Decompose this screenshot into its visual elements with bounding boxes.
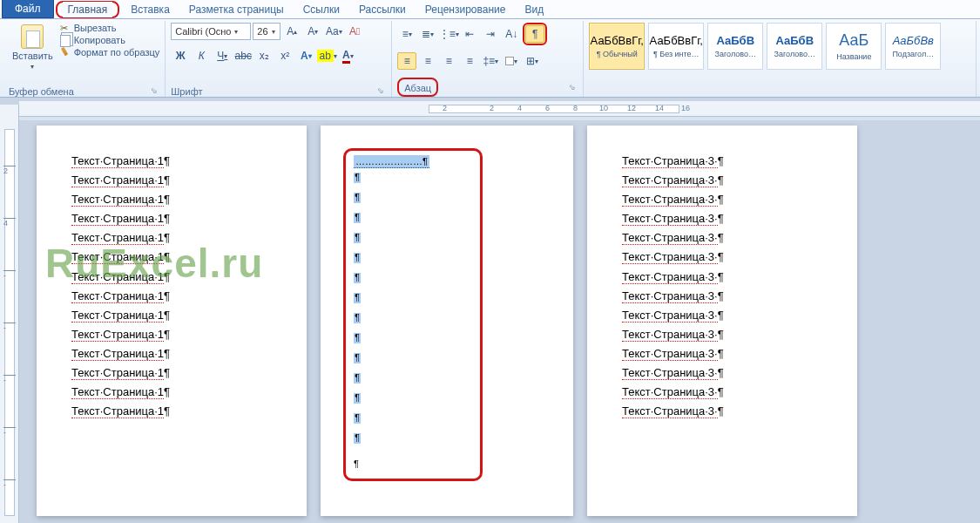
text-line[interactable]: Текст·Страница·3·¶ [622,152,822,171]
text-line[interactable]: Текст·Страница·1¶ [71,248,272,267]
tab-mailings[interactable]: Рассылки [349,0,416,18]
font-name-combo[interactable]: Calibri (Осно▾ [171,23,251,40]
text-line[interactable]: Текст·Страница·3·¶ [622,287,822,306]
text-line[interactable]: Текст·Страница·3·¶ [622,268,822,287]
tab-home-highlight: Главная [56,1,120,18]
text-line[interactable]: Текст·Страница·1¶ [71,402,272,421]
copy-icon [60,35,71,45]
text-effects-button[interactable]: A▾ [296,47,315,65]
paragraph-dialog-launcher[interactable]: ⬂ [567,83,578,92]
scissors-icon [60,23,71,33]
align-center-button[interactable]: ≡ [418,52,437,70]
paste-dropdown-arrow[interactable]: ▾ [30,63,34,71]
bold-button[interactable]: Ж [171,47,190,65]
format-painter-button[interactable]: Формат по образцу [60,47,160,58]
page-2[interactable]: …………………¶ ¶¶¶¶¶¶¶¶¶¶¶¶¶¶ ¶ [321,126,573,516]
text-line[interactable]: Текст·Страница·3·¶ [622,228,822,248]
text-line[interactable]: Текст·Страница·1¶ [71,363,272,383]
text-line[interactable]: Текст·Страница·1¶ [71,325,272,344]
sort-button[interactable]: A↓ [502,25,521,43]
paragraph-mark-last: ¶ [354,458,359,469]
selected-text-line[interactable]: …………………¶ [354,155,429,168]
text-line[interactable]: Текст·Страница·1¶ [71,383,272,402]
text-line[interactable]: Текст·Страница·1¶ [71,287,272,306]
superscript-button[interactable]: x² [275,47,294,65]
style-title[interactable]: АаБНазвание [826,23,882,70]
style-subtitle[interactable]: АаБбВвПодзагол… [885,23,941,70]
paste-button[interactable]: Вставить ▾ [9,23,57,72]
tab-references[interactable]: Ссылки [294,0,349,18]
group-clipboard: Вставить ▾ Вырезать Копировать Формат по… [3,21,166,97]
shading-button[interactable]: ▾ [502,52,521,70]
font-color-button[interactable]: A▾ [338,47,357,65]
text-line[interactable]: Текст·Страница·3·¶ [622,383,822,402]
text-line[interactable]: Текст·Страница·1¶ [71,306,272,325]
text-line[interactable]: Текст·Страница·3·¶ [622,363,822,383]
style-no-spacing[interactable]: АаБбВвГг,¶ Без инте… [648,23,704,70]
group-clipboard-title: Буфер обмена [9,85,74,97]
copy-button[interactable]: Копировать [60,35,160,45]
bullets-button[interactable]: ≡▾ [397,25,416,43]
style-heading2[interactable]: АаБбВЗаголово… [767,23,822,70]
style-normal[interactable]: АаБбВвГг,¶ Обычный [589,23,645,70]
shrink-font-button[interactable]: A▾ [303,23,322,40]
text-line[interactable]: Текст·Страница·3·¶ [622,402,822,421]
paragraph-mark: ¶ [354,253,361,263]
borders-button[interactable]: ⊞▾ [523,52,542,70]
text-line[interactable]: Текст·Страница·3·¶ [622,248,822,267]
text-line[interactable]: Текст·Страница·1¶ [71,344,272,363]
align-left-button[interactable]: ≡ [397,52,416,70]
highlight-button[interactable]: ab▾ [317,47,336,65]
tab-page-layout[interactable]: Разметка страницы [179,0,294,18]
subscript-button[interactable]: x₂ [254,47,274,65]
change-case-button[interactable]: Aa▾ [324,23,343,40]
text-line[interactable]: Текст·Страница·1¶ [71,228,272,248]
tab-file[interactable]: Файл [2,0,54,18]
text-line[interactable]: Текст·Страница·1¶ [71,190,272,209]
paragraph-mark: ¶ [354,273,361,283]
grow-font-button[interactable]: A▴ [282,23,301,40]
tab-review[interactable]: Рецензирование [416,0,516,18]
multilevel-list-button[interactable]: ⋮≡▾ [439,25,458,43]
align-right-button[interactable]: ≡ [439,52,458,70]
text-line[interactable]: Текст·Страница·3·¶ [622,344,822,363]
italic-button[interactable]: К [192,47,211,65]
horizontal-ruler[interactable]: 2 2 4 6 8 10 12 14 16 [19,101,980,117]
paragraph-mark: ¶ [354,433,361,444]
underline-button[interactable]: Ч▾ [213,47,232,65]
page-3[interactable]: Текст·Страница·3·¶Текст·Страница·3·¶Текс… [587,126,857,516]
clipboard-dialog-launcher[interactable]: ⬂ [149,86,159,95]
paste-label: Вставить [12,51,53,61]
text-line[interactable]: Текст·Страница·1¶ [71,209,272,228]
numbering-button[interactable]: ≣▾ [418,25,437,43]
document-workspace[interactable]: Текст·Страница·1¶Текст·Страница·1¶Текст·… [19,120,980,523]
style-heading1[interactable]: АаБбВЗаголово… [707,23,763,70]
text-line[interactable]: Текст·Страница·3·¶ [622,306,822,325]
font-size-combo[interactable]: 26▾ [253,23,280,40]
font-dialog-launcher[interactable]: ⬂ [375,86,386,95]
page-1[interactable]: Текст·Страница·1¶Текст·Страница·1¶Текст·… [37,126,307,516]
text-line[interactable]: Текст·Страница·1¶ [71,171,272,190]
line-spacing-button[interactable]: ‡≡▾ [481,52,500,70]
group-paragraph: ≡▾ ≣▾ ⋮≡▾ ⇤ ⇥ A↓ ¶ ≡ ≡ ≡ ≡ ‡≡▾ ▾ ⊞▾ [392,21,584,97]
paragraph-mark: ¶ [354,353,361,363]
text-line[interactable]: Текст·Страница·1¶ [71,152,272,171]
text-line[interactable]: Текст·Страница·1¶ [71,268,272,287]
text-line[interactable]: Текст·Страница·3·¶ [622,190,822,209]
paragraph-mark: ¶ [354,373,361,384]
tab-view[interactable]: Вид [515,0,553,18]
clear-formatting-button[interactable]: A⃠ [345,23,364,40]
tab-home[interactable]: Главная [63,2,113,17]
justify-button[interactable]: ≡ [460,52,479,70]
cut-button[interactable]: Вырезать [60,23,160,33]
text-line[interactable]: Текст·Страница·3·¶ [622,171,822,190]
tab-insert[interactable]: Вставка [121,0,179,18]
text-line[interactable]: Текст·Страница·3·¶ [622,325,822,344]
vertical-ruler[interactable]: 2 4 - - - - - [0,105,19,523]
decrease-indent-button[interactable]: ⇤ [460,25,479,43]
increase-indent-button[interactable]: ⇥ [481,25,500,43]
strikethrough-button[interactable]: abc [233,47,253,65]
show-marks-button[interactable]: ¶ [525,25,544,43]
text-line[interactable]: Текст·Страница·3·¶ [622,209,822,228]
paragraph-mark: ¶ [354,413,361,424]
